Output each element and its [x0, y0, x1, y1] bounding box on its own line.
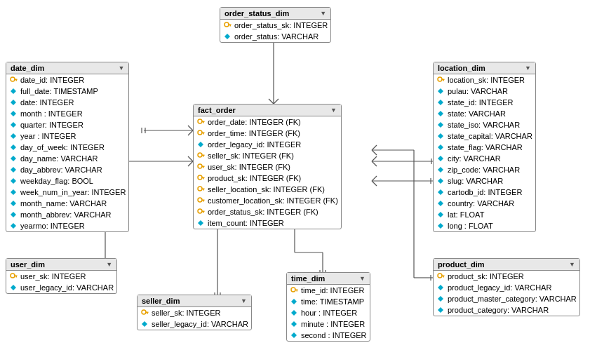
svg-marker-124	[291, 332, 297, 338]
field-text: cartodb_id: INTEGER	[448, 187, 522, 197]
table-row: order_status: VARCHAR	[220, 31, 330, 42]
table-row: seller_sk: INTEGER (FK)	[194, 150, 341, 161]
diamond-icon	[9, 210, 18, 219]
diamond-icon	[436, 222, 445, 230]
table-time_dim[interactable]: time_dim▼time_id: INTEGERtime: TIMESTAMP…	[286, 272, 370, 342]
table-row: product_category: VARCHAR	[434, 304, 579, 316]
table-row: order_legacy_id: INTEGER	[194, 139, 341, 150]
svg-marker-61	[11, 156, 16, 161]
key-icon	[436, 76, 445, 84]
dropdown-arrow-fact_order[interactable]: ▼	[330, 107, 337, 114]
field-text: order_date: INTEGER (FK)	[208, 117, 301, 127]
svg-marker-117	[142, 321, 147, 327]
diamond-icon	[9, 121, 18, 129]
svg-point-98	[438, 77, 442, 81]
table-row: pulau: VARCHAR	[434, 86, 535, 97]
field-text: day_abbrev: VARCHAR	[20, 165, 102, 175]
key-icon	[196, 129, 205, 137]
table-row: user_legacy_id: VARCHAR	[6, 282, 116, 293]
table-header-order_status_dim[interactable]: order_status_dim▼	[220, 8, 330, 20]
table-row: product_sk: INTEGER	[434, 271, 579, 282]
table-title-seller_dim: seller_dim	[142, 297, 180, 305]
table-row: order_status_sk: INTEGER (FK)	[194, 206, 341, 217]
svg-marker-122	[291, 310, 297, 316]
field-text: order_legacy_id: INTEGER	[208, 140, 301, 149]
field-text: day_name: VARCHAR	[20, 154, 98, 163]
table-row: city: VARCHAR	[434, 153, 535, 164]
field-text: quarter: INTEGER	[20, 120, 83, 130]
table-row: month_name: VARCHAR	[6, 198, 128, 209]
table-row: hour : INTEGER	[287, 307, 370, 318]
svg-marker-109	[438, 178, 443, 184]
table-date_dim[interactable]: date_dim▼date_id: INTEGERfull_date: TIME…	[6, 62, 129, 232]
svg-marker-51	[224, 34, 230, 39]
table-header-user_dim[interactable]: user_dim▼	[6, 259, 116, 271]
svg-line-9	[188, 130, 193, 135]
dropdown-arrow-location_dim[interactable]: ▼	[525, 65, 531, 72]
diamond-icon	[436, 306, 445, 314]
key-icon	[196, 118, 205, 126]
field-text: time_id: INTEGER	[301, 285, 364, 295]
svg-line-15	[188, 156, 193, 161]
field-text: zip_code: VARCHAR	[448, 165, 520, 175]
diamond-icon	[9, 143, 18, 151]
svg-rect-83	[201, 166, 204, 167]
table-order_status_dim[interactable]: order_status_dim▼order_status_sk: INTEGE…	[220, 7, 331, 43]
svg-marker-105	[438, 133, 443, 139]
table-header-date_dim[interactable]: date_dim▼	[6, 62, 128, 74]
table-row: day_name: VARCHAR	[6, 153, 128, 164]
table-title-product_dim: product_dim	[438, 260, 485, 269]
table-header-seller_dim[interactable]: seller_dim▼	[138, 295, 251, 307]
table-row: week_num_in_year: INTEGER	[6, 187, 128, 198]
dropdown-arrow-date_dim[interactable]: ▼	[118, 65, 124, 72]
diamond-icon	[9, 199, 18, 208]
table-row: date: INTEGER	[6, 97, 128, 108]
table-location_dim[interactable]: location_dim▼location_sk: INTEGERpulau: …	[433, 62, 536, 232]
dropdown-arrow-user_dim[interactable]: ▼	[106, 261, 112, 268]
svg-marker-123	[291, 321, 297, 327]
table-header-time_dim[interactable]: time_dim▼	[287, 273, 370, 285]
table-header-fact_order[interactable]: fact_order▼	[194, 105, 341, 116]
dropdown-arrow-time_dim[interactable]: ▼	[359, 275, 366, 282]
svg-point-114	[142, 310, 146, 314]
table-row: location_sk: INTEGER	[434, 74, 535, 86]
table-row: state: VARCHAR	[434, 108, 535, 119]
table-row: order_status_sk: INTEGER	[220, 20, 330, 31]
table-row: product_sk: INTEGER (FK)	[194, 173, 341, 184]
field-text: location_sk: INTEGER	[448, 75, 525, 85]
svg-point-72	[198, 119, 202, 123]
table-row: quarter: INTEGER	[6, 119, 128, 130]
field-text: date: INTEGER	[20, 97, 74, 107]
svg-point-88	[198, 187, 202, 191]
key-icon	[9, 272, 18, 281]
field-text: state_flag: VARCHAR	[448, 142, 523, 152]
table-title-location_dim: location_dim	[438, 64, 485, 72]
svg-point-79	[198, 153, 202, 157]
field-text: user_sk: INTEGER (FK)	[208, 162, 290, 172]
svg-rect-90	[203, 189, 204, 191]
field-text: date_id: INTEGER	[20, 75, 84, 85]
svg-marker-58	[11, 122, 16, 128]
field-text: product_master_category: VARCHAR	[448, 294, 577, 304]
dropdown-arrow-product_dim[interactable]: ▼	[569, 261, 575, 268]
svg-marker-107	[438, 156, 443, 161]
table-header-product_dim[interactable]: product_dim▼	[434, 259, 579, 271]
svg-marker-78	[198, 142, 203, 147]
table-user_dim[interactable]: user_dim▼user_sk: INTEGERuser_legacy_id:…	[6, 258, 117, 294]
svg-rect-120	[296, 290, 297, 292]
table-row: day_of_week: INTEGER	[6, 142, 128, 153]
table-row: full_date: TIMESTAMP	[6, 86, 128, 97]
field-text: second : INTEGER	[301, 330, 367, 340]
diamond-icon	[9, 222, 18, 230]
svg-rect-77	[203, 133, 204, 135]
table-seller_dim[interactable]: seller_dim▼seller_sk: INTEGERseller_lega…	[137, 295, 252, 330]
dropdown-arrow-seller_dim[interactable]: ▼	[241, 297, 247, 304]
svg-rect-49	[228, 24, 231, 25]
dropdown-arrow-order_status_dim[interactable]: ▼	[320, 10, 326, 17]
table-fact_order[interactable]: fact_order▼order_date: INTEGER (FK)order…	[193, 104, 342, 229]
key-icon	[196, 196, 205, 205]
table-row: date_id: INTEGER	[6, 74, 128, 86]
table-header-location_dim[interactable]: location_dim▼	[434, 62, 535, 74]
svg-point-75	[198, 130, 202, 135]
table-product_dim[interactable]: product_dim▼product_sk: INTEGERproduct_l…	[433, 258, 580, 316]
